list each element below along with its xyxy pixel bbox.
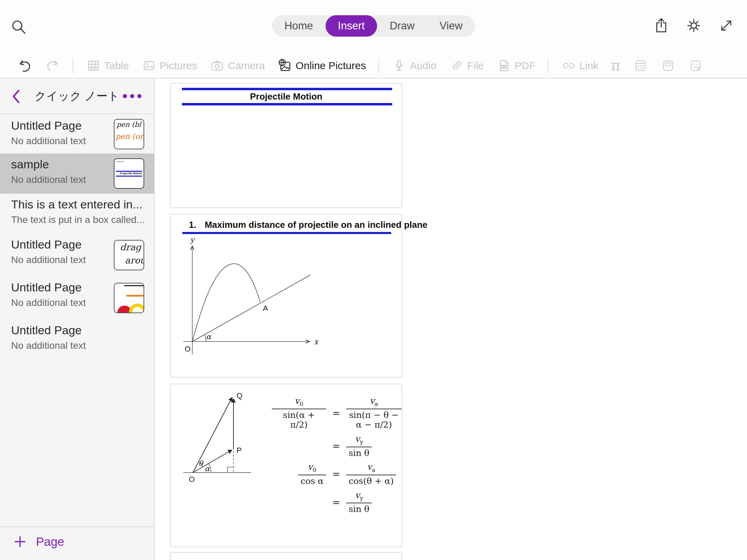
tab-draw[interactable]: Draw xyxy=(377,15,427,37)
undo-icon xyxy=(17,58,33,73)
page-title: Untitled Page xyxy=(11,281,82,294)
pdf-icon: PDF xyxy=(496,58,511,73)
title-rule-bottom xyxy=(182,103,392,105)
tab-home[interactable]: Home xyxy=(272,15,325,37)
page-title: Untitled Page xyxy=(11,238,82,251)
fraction: vy sin θ xyxy=(346,434,372,458)
page-subtitle: No additional text xyxy=(11,174,86,185)
app-window: Home Insert Draw View xyxy=(0,0,747,560)
page-list-item[interactable]: Untitled Page No additional text pen (bl… xyxy=(0,115,155,153)
page-subtitle: The text is put in a box called... xyxy=(11,214,145,225)
alpha-angle-label: α xyxy=(206,333,212,341)
page-subtitle: No additional text xyxy=(11,297,86,308)
fullscreen-button[interactable] xyxy=(717,17,735,35)
page-list-item-selected[interactable]: sample No additional text Projectile Mot… xyxy=(0,153,155,194)
notebook-section-title: クイック ノート xyxy=(35,88,119,104)
table-label: Table xyxy=(104,60,129,72)
link-icon xyxy=(561,58,576,73)
insert-pdf-button[interactable]: PDF PDF xyxy=(496,58,535,73)
plus-icon xyxy=(13,535,27,549)
insert-pictures-button[interactable]: Pictures xyxy=(141,58,197,73)
insert-equation-button[interactable]: π xyxy=(611,58,620,73)
thumb-blue-line xyxy=(116,176,142,177)
insert-link-button[interactable]: Link xyxy=(561,58,598,73)
insert-camera-button[interactable]: Camera xyxy=(210,58,265,73)
equals-sign: = xyxy=(330,469,342,479)
note-block-diagram-trajectory[interactable]: 1. Maximum distance of projectile on an … xyxy=(170,214,402,377)
thumb-ink-text: pen (bl xyxy=(117,120,141,129)
share-icon xyxy=(652,17,670,35)
undo-button[interactable] xyxy=(17,58,33,73)
ribbon-tab-group: Home Insert Draw View xyxy=(272,15,475,37)
insert-table-button[interactable]: Table xyxy=(86,58,129,73)
pdf-label: PDF xyxy=(515,60,535,72)
page-subtitle: No additional text xyxy=(11,254,86,265)
thumb-date-smudge xyxy=(116,161,124,162)
online-pictures-icon xyxy=(277,58,293,73)
add-page-label: Page xyxy=(36,535,64,549)
date-keypad-icon xyxy=(633,58,648,73)
pictures-label: Pictures xyxy=(160,60,197,72)
origin-label: O xyxy=(185,345,191,353)
tab-view[interactable]: View xyxy=(427,15,475,37)
equals-sign: = xyxy=(330,408,342,419)
page-title: Untitled Page xyxy=(11,119,82,132)
sticker-icon xyxy=(688,58,703,73)
thumb-ink-stroke-black xyxy=(124,285,144,286)
back-button[interactable] xyxy=(10,88,22,105)
point-p-label: P xyxy=(237,446,242,455)
insert-sticker-button[interactable] xyxy=(688,58,703,73)
note-block-title[interactable]: Projectile Motion xyxy=(170,83,402,208)
paperclip-icon xyxy=(449,58,464,73)
fraction: va cos(θ + α) xyxy=(346,462,396,486)
alpha-angle-label: α xyxy=(205,465,210,473)
insert-file-button[interactable]: File xyxy=(449,58,484,73)
point-q-label: Q xyxy=(237,391,242,400)
page-list-sidebar: クイック ノート Untitled Page No additional tex… xyxy=(0,79,155,560)
page-title: Untitled Page xyxy=(11,324,82,337)
search-button[interactable] xyxy=(10,18,28,36)
sidebar-footer: Page xyxy=(0,526,155,560)
share-button[interactable] xyxy=(652,17,670,35)
top-right-actions xyxy=(652,17,735,35)
point-a-label: A xyxy=(263,304,268,312)
thumb-ink-stroke-orange xyxy=(126,295,144,297)
page-list-item[interactable]: This is a text entered in... The text is… xyxy=(0,194,155,234)
insert-date-button[interactable] xyxy=(633,58,648,73)
insert-meeting-details-button[interactable] xyxy=(661,58,676,73)
page-title: sample xyxy=(11,158,49,171)
pictures-icon xyxy=(141,58,157,73)
note-block-vectors-equations[interactable]: θ α O Q P v0 sin(α + π/2) = va sin(π − xyxy=(170,384,402,547)
ellipsis-icon xyxy=(137,94,141,98)
page-list-item[interactable]: Untitled Page No additional text xyxy=(0,277,155,319)
toolbar-divider xyxy=(73,58,73,73)
top-header-bar: Home Insert Draw View xyxy=(0,0,747,54)
more-options-button[interactable] xyxy=(123,94,141,98)
note-page-title: Projectile Motion xyxy=(171,91,402,102)
insert-ribbon-toolbar: Table Pictures Camera xyxy=(0,54,747,78)
origin-label: O xyxy=(189,475,195,484)
note-canvas[interactable]: Projectile Motion 1. Maximum distance of… xyxy=(155,79,747,560)
insert-online-pictures-button[interactable]: Online Pictures xyxy=(277,58,366,73)
table-icon xyxy=(86,58,101,73)
thumb-ink-blob-yellow xyxy=(129,304,144,313)
redo-button[interactable] xyxy=(45,58,60,73)
equation-pi-icon: π xyxy=(611,58,620,73)
settings-button[interactable] xyxy=(685,17,703,35)
chevron-left-icon xyxy=(10,88,22,105)
expand-icon xyxy=(717,17,735,35)
add-page-button[interactable]: Page xyxy=(13,535,64,549)
equations-block: v0 sin(α + π/2) = va sin(π − θ − α − π/2… xyxy=(272,396,402,514)
tab-insert[interactable]: Insert xyxy=(325,15,377,37)
page-list-item[interactable]: Untitled Page No additional text drag ar… xyxy=(0,234,155,277)
insert-audio-button[interactable]: Audio xyxy=(391,58,436,73)
camera-icon xyxy=(210,58,225,73)
note-block-partial[interactable] xyxy=(170,552,402,560)
thumb-ink-text: pen (ora xyxy=(116,132,144,141)
ellipsis-icon xyxy=(130,94,134,98)
window-icon xyxy=(661,58,676,73)
page-list-item[interactable]: Untitled Page No additional text xyxy=(0,319,155,362)
pdf-badge-text: PDF xyxy=(501,66,507,69)
ellipsis-icon xyxy=(123,94,127,98)
online-pictures-label: Online Pictures xyxy=(296,60,366,72)
